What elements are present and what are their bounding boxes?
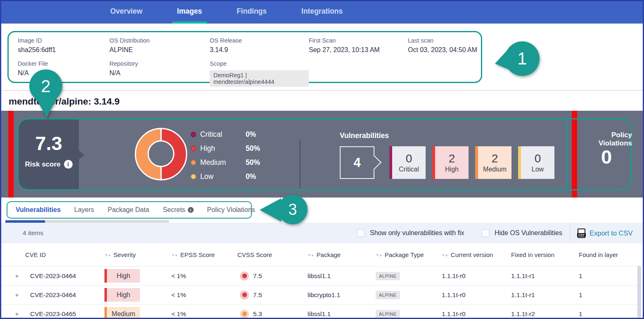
export-to-csv-button[interactable]: CSV Export to CSV (578, 229, 633, 238)
header-current-version[interactable]: ▼▲Current version (438, 251, 508, 258)
legend-row-high: High 50% (191, 141, 260, 155)
severity-card-critical: 0 Critical (389, 146, 426, 179)
callout-1: 1 (492, 40, 543, 79)
cell-current-version: 1.1.1t-r0 (438, 272, 508, 280)
sort-icon[interactable]: ▼▲ (104, 253, 111, 257)
risk-score-value: 7.3 (35, 133, 62, 154)
svg-text:1: 1 (517, 49, 527, 68)
table-header-row: CVE ID ▼▲Severity ▼▲EPSS Score CVSS Scor… (1, 243, 643, 266)
cvss-severity-dot (240, 309, 249, 319)
sort-icon[interactable]: ▼▲ (376, 253, 382, 257)
cell-cvss: 7.5 (234, 271, 304, 281)
cvss-severity-dot (240, 271, 249, 281)
info-icon[interactable]: i (64, 160, 73, 169)
callout-3: 3 (256, 193, 309, 226)
header-package-type[interactable]: ▼▲Package Type (372, 251, 438, 258)
severity-card-high: 2 High (432, 146, 469, 179)
detail-tabs-outline: Vulnerabilities Layers Package Data Secr… (7, 201, 252, 219)
cell-fixed-version: 1.1.1t-r1 (508, 291, 575, 299)
table-row[interactable]: ▶ CVE-2023-0464 High < 1% 7.5 libcrypto1… (1, 285, 643, 304)
package-type-badge: ALPINE (376, 272, 400, 280)
vulnerabilities-title: Vulnerabilities (340, 131, 389, 140)
callout-2: 2 (27, 69, 66, 120)
header-epss-score[interactable]: ▼▲EPSS Score (168, 251, 234, 258)
legend-dot-high (191, 146, 196, 151)
expand-row-icon[interactable]: ▶ (16, 293, 19, 297)
legend-row-medium: Medium 50% (191, 155, 260, 169)
field-repository: Repository N/A (109, 60, 210, 83)
section-divider (1, 90, 643, 91)
table-body: ▶ CVE-2023-0464 High < 1% 7.5 libssl1.1 … (1, 266, 643, 319)
nav-tab-images[interactable]: Images (172, 1, 207, 24)
nav-tab-integrations[interactable]: Integrations (296, 1, 348, 24)
severity-card-medium: 2 Medium (475, 146, 511, 179)
nav-tab-overview[interactable]: Overview (105, 1, 147, 24)
cell-found-in-layer: 1 (575, 291, 643, 299)
cell-package: libssl1.1 (304, 272, 372, 280)
sort-icon[interactable]: ▼▲ (442, 253, 448, 257)
nav-tab-findings[interactable]: Findings (232, 1, 272, 24)
risk-summary-panel: 7.3 Risk score i Critical 0% High 50% (1, 111, 643, 198)
field-os-distribution: OS Distribution ALPINE (109, 37, 210, 60)
scope-badge: DemoReg1 | mendtester/alpine4444 (210, 70, 309, 87)
severity-card-stripe (389, 146, 392, 179)
severity-badge: High (104, 269, 140, 283)
cell-epss: < 1% (168, 272, 234, 280)
table-row[interactable]: ▶ CVE-2023-0465 Medium < 1% 5.3 libssl1.… (1, 304, 643, 319)
legend-row-low: Low 0% (191, 169, 260, 183)
risk-score-label: Risk score (25, 160, 61, 169)
cell-package-type: ALPINE (372, 272, 438, 280)
cell-fixed-version: 1.1.1t-r1 (508, 272, 575, 280)
checkbox[interactable] (357, 229, 365, 237)
header-severity[interactable]: ▼▲Severity (101, 251, 168, 258)
header-package[interactable]: ▼▲Package (304, 251, 372, 258)
cell-cve-id: CVE-2023-0464 (24, 291, 101, 299)
cell-cve-id: CVE-2023-0464 (24, 272, 101, 280)
csv-file-icon: CSV (578, 229, 585, 238)
checkbox[interactable] (482, 229, 489, 237)
detail-tabs: Vulnerabilities Layers Package Data Secr… (1, 198, 643, 220)
severity-badge: Medium (104, 307, 140, 319)
tab-secrets[interactable]: Secrets i (163, 206, 193, 214)
severity-card-low: 0 Low (518, 146, 554, 179)
toolbar-divider (570, 223, 570, 243)
risk-score-pointer (79, 150, 84, 160)
field-scope: Scope DemoReg1 | mendtester/alpine4444 (210, 60, 309, 83)
expand-row-icon[interactable]: ▶ (16, 312, 19, 316)
field-os-release: OS Release 3.14.9 (210, 37, 309, 60)
tab-layers[interactable]: Layers (74, 206, 94, 214)
table-toolbar: 4 items Show only vulnerabilities with f… (1, 223, 643, 243)
cell-cve-id: CVE-2023-0465 (24, 310, 101, 318)
cell-package-type: ALPINE (372, 310, 438, 318)
table-row[interactable]: ▶ CVE-2023-0464 High < 1% 7.5 libssl1.1 … (1, 266, 643, 285)
header-fixed-in-version: Fixed in version (508, 251, 575, 258)
tab-vulnerabilities[interactable]: Vulnerabilities (16, 206, 61, 214)
legend-dot-medium (191, 160, 196, 165)
cell-package: libssl1.1 (304, 310, 372, 318)
filter-show-only-with-fix[interactable]: Show only vulnerabilities with fix (357, 229, 464, 237)
severity-card-stripe (518, 146, 521, 179)
severity-donut-chart (133, 126, 189, 182)
expand-row-icon[interactable]: ▶ (16, 274, 19, 278)
cell-severity: High (101, 288, 168, 302)
package-type-badge: ALPINE (376, 310, 400, 318)
cell-epss: < 1% (168, 291, 234, 299)
tab-policy-violations[interactable]: Policy Violations (207, 206, 255, 214)
tab-package-data[interactable]: Package Data (108, 206, 149, 214)
cell-found-in-layer: 1 (575, 310, 643, 318)
cell-cvss: 7.5 (234, 290, 304, 300)
legend-row-critical: Critical 0% (191, 127, 260, 141)
filter-hide-os-vulnerabilities[interactable]: Hide OS Vulnerabilities (482, 229, 562, 237)
cvss-severity-dot (240, 290, 249, 300)
cell-found-in-layer: 1 (575, 272, 643, 280)
scrollbar[interactable] (637, 266, 641, 318)
field-first-scan: First Scan Sep 27, 2023, 10:13 AM (309, 37, 408, 60)
severity-badge: High (104, 288, 140, 302)
sort-icon[interactable]: ▼▲ (308, 253, 314, 257)
sort-icon[interactable]: ▼▲ (171, 253, 178, 257)
info-icon[interactable]: i (188, 207, 194, 213)
red-stripe-left (8, 111, 14, 198)
field-image-id: Image ID sha256:6dff1 (18, 37, 109, 60)
svg-text:3: 3 (288, 201, 297, 218)
top-nav: Overview Images Findings Integrations (1, 1, 643, 24)
